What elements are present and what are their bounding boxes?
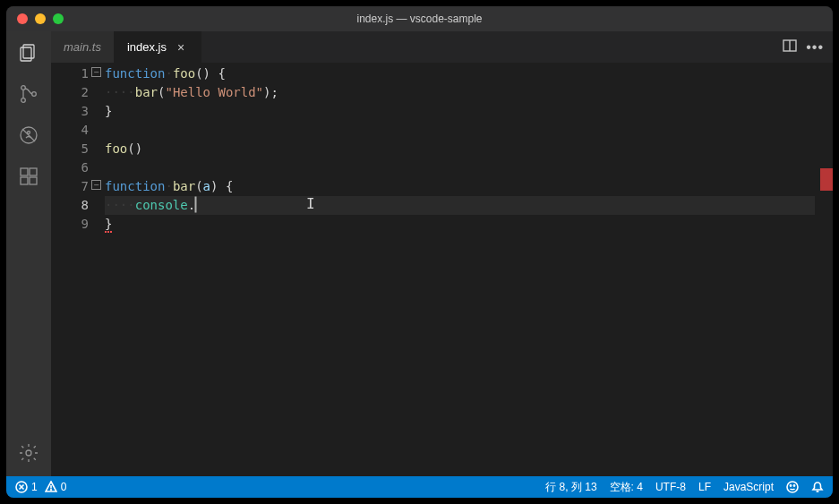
svg-point-12 [26, 450, 31, 456]
workbench: main.ts index.js × ••• 1− 2 [6, 31, 833, 476]
window-maximize-button[interactable] [53, 13, 64, 24]
svg-rect-11 [30, 177, 37, 184]
tab-index-js[interactable]: index.js × [115, 31, 201, 63]
status-warnings[interactable]: 0 [45, 481, 67, 493]
source-control-icon[interactable] [16, 81, 41, 107]
tab-label: index.js [127, 40, 167, 54]
explorer-icon[interactable] [16, 40, 41, 65]
svg-point-4 [32, 92, 37, 97]
extensions-icon[interactable] [16, 164, 41, 189]
error-marker[interactable] [820, 168, 833, 191]
activity-bar [6, 31, 51, 476]
status-encoding[interactable]: UTF-8 [655, 481, 686, 493]
status-errors[interactable]: 1 [15, 481, 38, 493]
tab-bar: main.ts index.js × ••• [51, 31, 833, 63]
tab-label: main.ts [64, 40, 101, 54]
feedback-smiley-icon[interactable] [786, 481, 799, 493]
svg-point-3 [21, 98, 26, 103]
svg-point-20 [787, 482, 798, 492]
svg-point-2 [21, 86, 26, 90]
svg-point-21 [790, 485, 791, 486]
svg-point-7 [28, 132, 30, 134]
svg-rect-0 [23, 45, 34, 58]
settings-gear-icon[interactable] [16, 440, 41, 466]
line-number-gutter: 1− 2 3 4 5 6 7− 8 9 [51, 63, 105, 476]
editor[interactable]: 1− 2 3 4 5 6 7− 8 9 function·foo() { ···… [51, 63, 833, 476]
app-window: index.js — vscode-sample [6, 6, 833, 498]
split-editor-icon[interactable] [783, 38, 797, 56]
window-close-button[interactable] [17, 13, 28, 24]
editor-actions: ••• [783, 31, 833, 63]
warning-count: 0 [61, 481, 67, 493]
fold-icon[interactable]: − [91, 180, 101, 190]
svg-rect-8 [21, 168, 28, 175]
svg-rect-1 [21, 47, 31, 61]
editor-area: main.ts index.js × ••• 1− 2 [51, 31, 833, 476]
text-cursor [195, 197, 196, 212]
status-indent[interactable]: 空格: 4 [610, 480, 643, 495]
tab-main-ts[interactable]: main.ts [51, 31, 115, 63]
debug-icon[interactable] [16, 123, 41, 148]
tab-close-icon[interactable]: × [174, 40, 188, 55]
more-actions-icon[interactable]: ••• [806, 39, 824, 56]
svg-rect-10 [21, 177, 28, 184]
overview-ruler[interactable] [815, 63, 833, 476]
window-minimize-button[interactable] [35, 13, 46, 24]
titlebar: index.js — vscode-sample [6, 6, 833, 31]
window-controls [17, 13, 64, 24]
status-eol[interactable]: LF [698, 481, 711, 493]
notifications-bell-icon[interactable] [811, 481, 824, 493]
fold-icon[interactable]: − [91, 67, 101, 77]
error-count: 1 [31, 481, 38, 493]
status-language[interactable]: JavaScript [723, 481, 774, 493]
status-line-col[interactable]: 行 8, 列 13 [545, 480, 596, 495]
window-title: index.js — vscode-sample [6, 13, 833, 25]
svg-point-22 [793, 485, 794, 486]
status-bar: 1 0 行 8, 列 13 空格: 4 UTF-8 LF JavaScript [6, 476, 833, 498]
svg-point-19 [50, 490, 51, 491]
svg-rect-9 [30, 168, 37, 175]
code-content[interactable]: function·foo() { ····bar("Hello World");… [105, 63, 815, 476]
